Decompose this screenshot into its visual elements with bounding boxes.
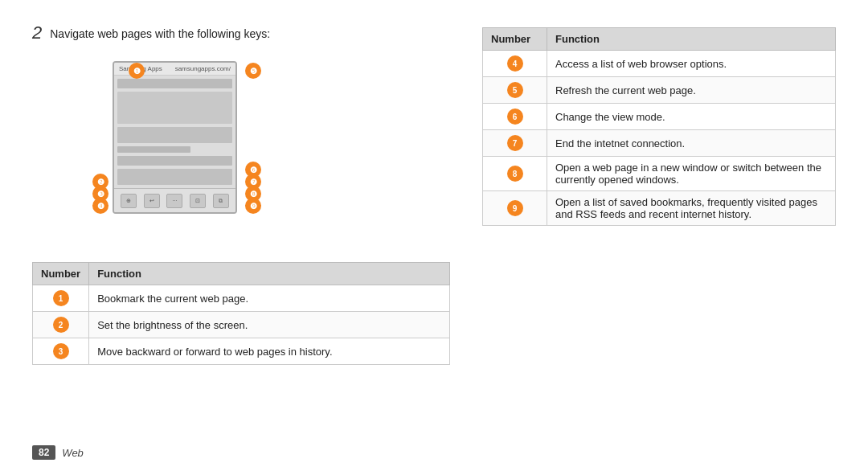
table-row: 8 Open a web page in a new window or swi… — [483, 157, 836, 191]
number-cell: 5 — [483, 77, 547, 104]
table-row: 9 Open a list of saved bookmarks, freque… — [483, 191, 836, 226]
phone-toolbar: ⊕ ↩ ··· ⊡ ⧉ — [114, 188, 235, 212]
toolbar-btn-1: ⊕ — [121, 194, 137, 208]
right-section: Number Function 4 Access a list of web b… — [482, 24, 836, 455]
stripe-4 — [117, 146, 190, 153]
left-table-col-function: Function — [89, 263, 450, 285]
address-text: samsungapps.com/ — [175, 65, 231, 72]
phone-content — [114, 76, 235, 188]
number-cell: 1 — [33, 285, 89, 312]
table-row: 6 Change the view mode. — [483, 104, 836, 130]
table-row: 7 End the intetnet connection. — [483, 130, 836, 157]
page-number: 82 — [32, 445, 55, 460]
function-cell: Change the view mode. — [547, 104, 836, 130]
badge-4: ❹ — [92, 198, 108, 214]
left-table-col-number: Number — [33, 263, 89, 285]
toolbar-btn-4: ⊡ — [190, 194, 206, 208]
stripe-2 — [117, 92, 232, 124]
function-cell: Set the brightness of the screen. — [89, 312, 450, 338]
number-cell: 2 — [33, 312, 89, 338]
phone-screen: Samsung Apps samsungapps.com/ ⊕ ↩ — [113, 61, 237, 214]
footer-section-label: Web — [62, 447, 84, 459]
function-cell: Open a list of saved bookmarks, frequent… — [547, 191, 836, 226]
function-cell: Move backward or forward to web pages in… — [89, 338, 450, 365]
badge-5: ❺ — [245, 63, 261, 79]
badge-9: ❾ — [245, 198, 261, 214]
number-cell: 3 — [33, 338, 89, 365]
function-cell: Access a list of web browser options. — [547, 51, 836, 77]
toolbar-btn-3: ··· — [166, 194, 182, 208]
function-cell: Open a web page in a new window or switc… — [547, 157, 836, 191]
stripe-1 — [117, 79, 232, 88]
stripe-5 — [117, 156, 232, 166]
badge-1: ❶ — [129, 63, 145, 79]
page-container: 2 Navigate web pages with the following … — [0, 0, 868, 471]
step-number: 2 — [32, 24, 42, 42]
phone-diagram: Samsung Apps samsungapps.com/ ⊕ ↩ — [80, 61, 273, 246]
function-cell: End the intetnet connection. — [547, 130, 836, 157]
stripe-6 — [117, 169, 232, 185]
right-table: Number Function 4 Access a list of web b… — [482, 27, 836, 226]
toolbar-btn-2: ↩ — [144, 194, 160, 208]
number-cell: 4 — [483, 51, 547, 77]
right-table-col-number: Number — [483, 28, 547, 51]
function-cell: Bookmark the current web page. — [89, 285, 450, 312]
toolbar-btn-5: ⧉ — [213, 194, 229, 208]
table-row: 1 Bookmark the current web page. — [33, 285, 450, 312]
stripe-3 — [117, 127, 232, 143]
page-footer: 82 Web — [32, 445, 84, 460]
function-cell: Refresh the current web page. — [547, 77, 836, 104]
number-cell: 9 — [483, 191, 547, 226]
left-section: 2 Navigate web pages with the following … — [32, 24, 450, 455]
left-table: Number Function 1 Bookmark the current w… — [32, 262, 450, 365]
step-heading: 2 Navigate web pages with the following … — [32, 24, 450, 42]
table-row: 4 Access a list of web browser options. — [483, 51, 836, 77]
number-cell: 6 — [483, 104, 547, 130]
table-row: 5 Refresh the current web page. — [483, 77, 836, 104]
table-row: 3 Move backward or forward to web pages … — [33, 338, 450, 365]
number-cell: 8 — [483, 157, 547, 191]
number-cell: 7 — [483, 130, 547, 157]
step-text: Navigate web pages with the following ke… — [50, 24, 270, 40]
table-row: 2 Set the brightness of the screen. — [33, 312, 450, 338]
right-table-col-function: Function — [547, 28, 836, 51]
